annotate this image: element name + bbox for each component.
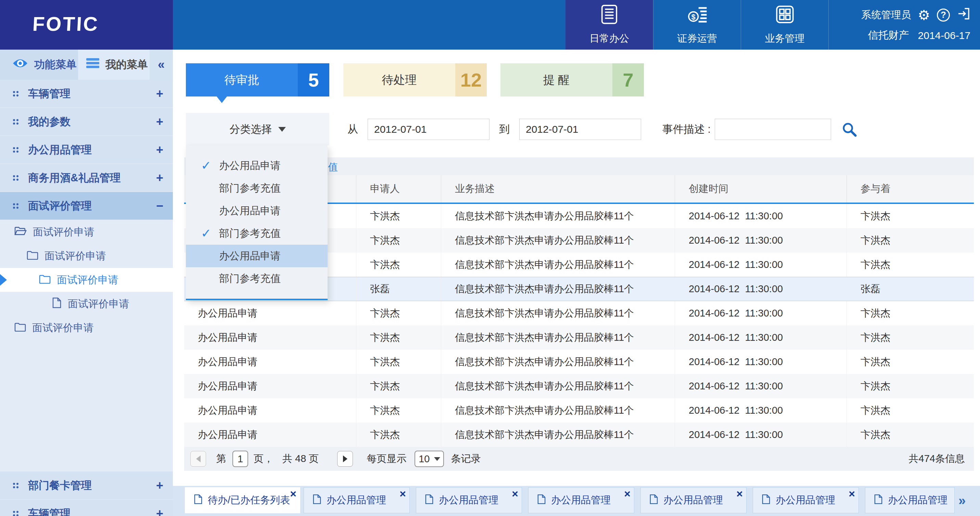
card-label: 待审批 <box>186 63 298 97</box>
col-header-description: 业务描述 <box>441 175 675 203</box>
prev-page-button[interactable] <box>190 451 206 467</box>
close-icon[interactable]: × <box>848 487 855 500</box>
doc-tab-task-list[interactable]: 待办/已办任务列表 × <box>185 487 300 513</box>
doc-tab-office-supplies[interactable]: 办公用品管理 × <box>304 487 410 513</box>
card-reminder[interactable]: 提 醒 7 <box>500 63 644 97</box>
doc-tab-office-supplies[interactable]: 办公用品管理 × <box>528 487 634 513</box>
dropdown-item[interactable]: ✓ 部门参考充值 <box>186 222 328 245</box>
tab-function-menu[interactable]: 功能菜单 <box>0 49 78 80</box>
collapse-minus-icon[interactable]: − <box>156 199 163 213</box>
sidebar-item-vehicle-2[interactable]: 车辆管理 + <box>0 500 173 516</box>
dropdown-item[interactable]: 部门参考充值 <box>186 267 328 290</box>
expand-icon[interactable]: + <box>156 478 163 493</box>
sidebar-item-meal-card[interactable]: 部门餐卡管理 + <box>0 472 173 500</box>
doc-tab-office-supplies[interactable]: 办公用品管理 × <box>640 487 746 513</box>
category-dropdown: ✓ 办公用品申请 部门参考充值 办公用品申请 ✓ 部门参考充值 办公用品申请 部… <box>186 145 328 300</box>
top-nav-daily-office[interactable]: 日常办公 <box>565 0 653 49</box>
close-icon[interactable]: × <box>736 487 743 500</box>
doc-tab-office-supplies[interactable]: 办公用品管理 × <box>416 487 522 513</box>
file-icon <box>650 494 658 507</box>
from-label: 从 <box>347 122 358 137</box>
tree-item-interview-request[interactable]: 面试评价申请 <box>0 316 173 340</box>
search-icon[interactable] <box>842 121 857 137</box>
close-icon[interactable]: × <box>624 487 630 500</box>
file-icon <box>538 494 546 507</box>
bottom-tab-bar: 待办/已办任务列表 × 办公用品管理 × 办公用品管理 × 办公用品管理 × 办… <box>173 486 980 516</box>
table-row[interactable]: 办公用品申请 卞洪杰 信息技术部卞洪杰申请办公用品胶棒11个 2014-06-1… <box>184 398 974 422</box>
securities-coin-icon: $ <box>687 4 708 26</box>
to-date-input[interactable] <box>519 119 641 140</box>
from-date-input[interactable] <box>368 119 490 140</box>
check-icon: ✓ <box>201 159 211 173</box>
business-grid-icon <box>775 4 795 26</box>
drag-dots-icon <box>13 91 19 97</box>
clipped-tab-text[interactable]: 值 <box>328 160 338 174</box>
expand-icon[interactable]: + <box>156 506 163 516</box>
col-header-participant: 参与着 <box>847 175 974 203</box>
sidebar-item-office-supplies[interactable]: 办公用品管理 + <box>0 136 173 164</box>
caret-down-icon <box>278 127 286 132</box>
top-nav-securities[interactable]: $ 证券运营 <box>653 0 741 49</box>
tree-item-interview-request-selected[interactable]: 面试评价申请 <box>0 268 173 292</box>
sidebar-item-interview-eval[interactable]: 面试评价管理 − <box>0 192 173 220</box>
expand-icon[interactable]: + <box>156 143 163 157</box>
event-desc-label: 事件描述 : <box>662 122 711 137</box>
dropdown-item[interactable]: ✓ 办公用品申请 <box>186 154 328 177</box>
table-row[interactable]: 办公用品申请 卞洪杰 信息技术部卞洪杰申请办公用品胶棒11个 2014-06-1… <box>184 350 974 374</box>
doc-tab-office-supplies[interactable]: 办公用品管理 <box>865 487 955 513</box>
sidebar-collapse-button[interactable]: « <box>150 49 173 80</box>
per-page-select[interactable]: 10 <box>415 451 444 467</box>
card-pending-process[interactable]: 待处理 12 <box>343 63 487 97</box>
logout-icon[interactable] <box>957 7 970 23</box>
page-suffix: 页， <box>254 452 274 466</box>
tab-label: 功能菜单 <box>34 57 77 72</box>
expand-icon[interactable]: + <box>156 87 163 101</box>
sidebar-item-my-params[interactable]: 我的参数 + <box>0 108 173 136</box>
drag-dots-icon <box>13 483 19 488</box>
file-icon <box>425 494 433 507</box>
nav-label: 证券运营 <box>654 32 741 46</box>
dropdown-item[interactable]: 办公用品申请 <box>186 200 328 222</box>
drag-dots-icon <box>13 203 19 209</box>
top-nav-business[interactable]: 业务管理 <box>741 0 828 49</box>
tab-overflow-button[interactable]: » <box>958 494 966 508</box>
table-row[interactable]: 办公用品申请 卞洪杰 信息技术部卞洪杰申请办公用品胶棒11个 2014-06-1… <box>184 422 974 447</box>
drag-dots-icon <box>13 511 19 516</box>
help-icon[interactable]: ? <box>937 8 950 22</box>
tree-item-interview-request[interactable]: 面试评价申请 <box>0 220 173 244</box>
card-label: 待处理 <box>343 63 455 97</box>
expand-icon[interactable]: + <box>156 171 163 185</box>
app-header: FOTIC 日常办公 $ 证券运营 业务管理 系统管理员 ⚙ ? 信托财产 20… <box>0 0 980 49</box>
nav-label: 日常办公 <box>565 32 653 46</box>
next-page-button[interactable] <box>337 451 353 467</box>
current-date: 2014-06-17 <box>918 30 970 41</box>
next-arrow-icon <box>343 456 347 462</box>
expand-icon[interactable]: + <box>156 114 163 129</box>
table-row[interactable]: 办公用品申请 卞洪杰 信息技术部卞洪杰申请办公用品胶棒11个 2014-06-1… <box>184 325 974 350</box>
per-page-suffix: 条记录 <box>451 452 480 466</box>
close-icon[interactable]: × <box>399 487 406 500</box>
tree-item-interview-request[interactable]: 面试评价申请 <box>0 244 173 268</box>
total-pages: 共 48 页 <box>282 452 319 466</box>
file-icon <box>762 494 770 507</box>
per-page-label: 每页显示 <box>367 452 406 466</box>
table-row[interactable]: 办公用品申请 卞洪杰 信息技术部卞洪杰申请办公用品胶棒11个 2014-06-1… <box>184 301 974 325</box>
card-pending-approval[interactable]: 待审批 5 <box>186 63 329 97</box>
page-number-input[interactable] <box>232 451 248 467</box>
event-desc-input[interactable] <box>715 119 831 140</box>
sidebar-item-vehicle[interactable]: 车辆管理 + <box>0 80 173 108</box>
table-row[interactable]: 办公用品申请 卞洪杰 信息技术部卞洪杰申请办公用品胶棒11个 2014-06-1… <box>184 374 974 398</box>
dropdown-item[interactable]: 部门参考充值 <box>186 177 328 200</box>
tree-item-interview-request[interactable]: 面试评价申请 <box>0 292 173 316</box>
close-icon[interactable]: × <box>290 487 296 500</box>
dropdown-item-highlighted[interactable]: 办公用品申请 <box>186 245 328 267</box>
close-icon[interactable]: × <box>512 487 518 500</box>
doc-tab-office-supplies[interactable]: 办公用品管理 × <box>753 487 859 513</box>
category-select[interactable]: 分类选择 <box>186 113 329 145</box>
tab-my-menu[interactable]: 我的菜单 <box>78 49 150 80</box>
sidebar-item-business-gifts[interactable]: 商务用酒&礼品管理 + <box>0 164 173 192</box>
sidebar: 功能菜单 我的菜单 « 车辆管理 + 我的参数 + 办公用品管理 + 商务用酒&… <box>0 49 173 516</box>
drag-dots-icon <box>13 175 19 181</box>
active-card-pointer <box>217 97 227 103</box>
gear-icon[interactable]: ⚙ <box>918 8 930 22</box>
